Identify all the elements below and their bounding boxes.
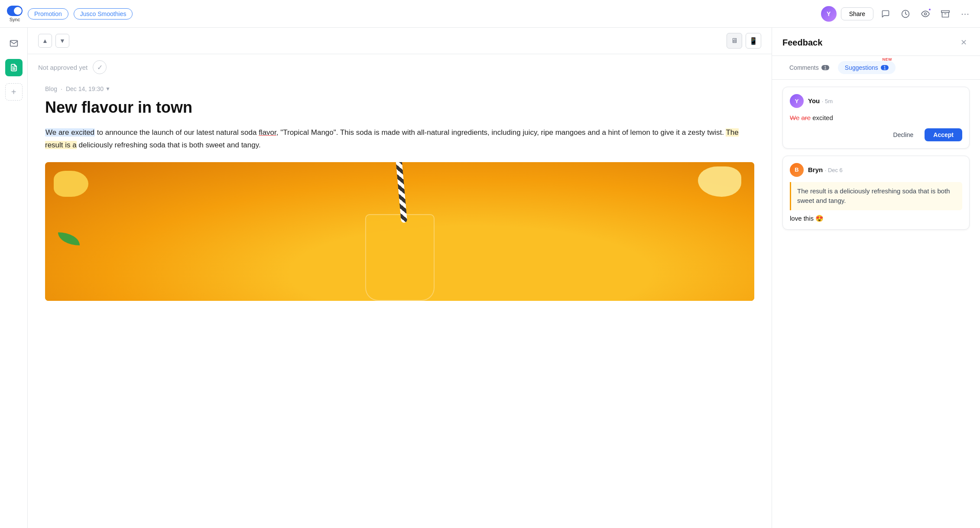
- doc-dropdown-icon: ▼: [105, 86, 110, 92]
- suggestion-strikethrough2: are: [801, 114, 811, 121]
- decline-button[interactable]: Decline: [886, 128, 921, 141]
- svg-rect-2: [941, 10, 949, 12]
- panel-title: Feedback: [782, 38, 822, 48]
- comment-card: B Bryn · Dec 6 The result is a delicious…: [782, 156, 970, 230]
- tab-suggestions[interactable]: Suggestions 1 NEW: [838, 61, 896, 74]
- sync-label: Sync: [10, 17, 20, 22]
- suggestion-text: We are excited: [790, 113, 962, 123]
- toolbar-left: ▲ ▼: [38, 34, 69, 48]
- sidebar-add-button[interactable]: +: [5, 83, 23, 101]
- underlined-word: flavor: [259, 128, 276, 137]
- content-area: ▲ ▼ 🖥 📱 Not approved yet ✓: [28, 28, 772, 528]
- desktop-icon: 🖥: [731, 37, 738, 45]
- mobile-view-button[interactable]: 📱: [746, 33, 761, 49]
- document-wrapper: Blog · Dec 14, 19:30 ▼ New flavour in to…: [28, 80, 772, 528]
- panel-header: Feedback ✕: [772, 28, 980, 56]
- topbar-right: Y Share ···: [821, 6, 973, 22]
- sidebar-doc-icon[interactable]: [5, 59, 23, 76]
- editor-toolbar: ▲ ▼ 🖥 📱: [28, 28, 772, 54]
- suggestion-strikethrough: We: [790, 114, 799, 121]
- comment-body: love this 😍: [790, 215, 962, 222]
- approval-bar: Not approved yet ✓: [28, 54, 772, 80]
- jusco-tag[interactable]: Jusco Smoothies: [74, 8, 133, 20]
- comment-author: Bryn: [808, 166, 823, 173]
- doc-meta: Blog · Dec 14, 19:30 ▼: [45, 80, 754, 98]
- approval-check-button[interactable]: ✓: [93, 60, 107, 74]
- panel-tabs: Comments 1 Suggestions 1 NEW: [772, 56, 980, 80]
- comment-header: B Bryn · Dec 6: [790, 163, 962, 177]
- plus-icon: +: [11, 87, 16, 97]
- panel-close-button[interactable]: ✕: [957, 36, 970, 49]
- highlighted-text: We are excited: [45, 128, 95, 137]
- sidebar: +: [0, 28, 28, 528]
- nav-down-button[interactable]: ▼: [55, 34, 69, 48]
- tab-comments[interactable]: Comments 1: [782, 61, 836, 74]
- suggestion-header: Y You · 5m: [790, 94, 962, 108]
- suggestions-tab-wrapper: Suggestions 1 NEW: [845, 64, 889, 71]
- chevron-down-icon: ▼: [59, 37, 65, 44]
- comments-badge: 1: [821, 65, 829, 70]
- notification-badge: [928, 8, 931, 11]
- sync-toggle-icon: [7, 6, 23, 16]
- suggestion-avatar: Y: [790, 94, 804, 108]
- suggestion-actions: Decline Accept: [790, 128, 962, 141]
- highlighted-sentence: The result is a: [45, 128, 739, 149]
- chat-icon-button[interactable]: [878, 6, 893, 22]
- topbar: Sync Promotion Jusco Smoothies Y Share ·…: [0, 0, 980, 28]
- eye-icon-button[interactable]: [918, 6, 933, 22]
- comment-time: · Dec 6: [825, 167, 843, 173]
- suggestion-time: · 5m: [822, 98, 833, 104]
- comment-avatar: B: [790, 163, 804, 177]
- accept-button[interactable]: Accept: [925, 128, 962, 141]
- suggestion-author: You: [808, 97, 820, 104]
- side-panel: Feedback ✕ Comments 1 Suggestions 1 NEW …: [772, 28, 980, 528]
- approval-status: Not approved yet: [38, 64, 88, 71]
- doc-body: We are excited to announce the launch of…: [45, 127, 754, 301]
- doc-title: New flavour in town: [45, 98, 754, 118]
- check-icon: ✓: [97, 63, 103, 72]
- mobile-icon: 📱: [749, 37, 758, 45]
- comment-quote: The result is a deliciously refreshing s…: [790, 182, 962, 210]
- sidebar-mail-icon[interactable]: [5, 35, 23, 52]
- toolbar-right: 🖥 📱: [727, 33, 761, 49]
- promotion-tag[interactable]: Promotion: [28, 8, 68, 20]
- doc-image: [45, 162, 754, 301]
- new-label: NEW: [883, 57, 892, 62]
- avatar[interactable]: Y: [821, 6, 837, 22]
- chevron-up-icon: ▲: [42, 37, 48, 44]
- tab-suggestions-label: Suggestions: [845, 64, 878, 71]
- nav-up-button[interactable]: ▲: [38, 34, 52, 48]
- doc-type: Blog: [45, 85, 57, 92]
- more-options-button[interactable]: ···: [957, 6, 973, 22]
- main-layout: + ▲ ▼ 🖥 📱: [0, 28, 980, 528]
- clock-icon-button[interactable]: [898, 6, 913, 22]
- tab-comments-label: Comments: [789, 64, 819, 71]
- suggestions-badge: 1: [881, 65, 889, 70]
- inbox-icon-button[interactable]: [938, 6, 953, 22]
- suggestion-card: Y You · 5m We are excited Decline Accept: [782, 87, 970, 149]
- svg-point-1: [925, 13, 927, 15]
- share-button[interactable]: Share: [841, 7, 873, 20]
- sync-button[interactable]: Sync: [7, 6, 23, 22]
- panel-body: Y You · 5m We are excited Decline Accept: [772, 80, 980, 528]
- doc-date-dropdown[interactable]: Dec 14, 19:30 ▼: [66, 85, 110, 92]
- doc-date: Dec 14, 19:30: [66, 85, 104, 92]
- desktop-view-button[interactable]: 🖥: [727, 33, 742, 49]
- ellipsis-icon: ···: [961, 9, 970, 19]
